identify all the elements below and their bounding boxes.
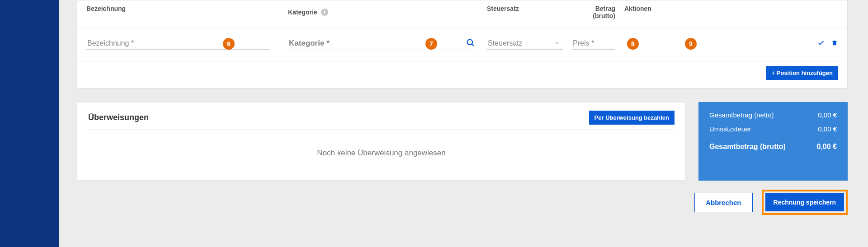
positions-header: Bezeichnung Kategorie i Steuersatz Betra… [77, 0, 847, 28]
steuersatz-select[interactable] [487, 37, 563, 50]
bezeichnung-input[interactable] [86, 37, 270, 50]
svg-point-0 [467, 39, 473, 45]
pay-transfer-button[interactable]: Per Überweisung bezahlen [589, 111, 675, 125]
col-header-kategorie-label: Kategorie [288, 9, 317, 16]
totals-panel: Gesamtbetrag (netto) 0,00 € Umsatzsteuer… [698, 102, 848, 181]
col-header-steuersatz: Steuersatz [487, 5, 572, 19]
footer-actions: Abbrechen Rechnung speichern [77, 190, 848, 226]
total-vat-label: Umsatzsteuer [709, 125, 751, 133]
add-position-button[interactable]: + Position hinzufügen [766, 66, 838, 80]
search-icon[interactable] [466, 38, 475, 49]
save-invoice-button[interactable]: Rechnung speichern [765, 193, 844, 211]
positions-panel: Bezeichnung Kategorie i Steuersatz Betra… [77, 0, 848, 89]
total-gross-label: Gesamtbetrag (brutto) [709, 143, 786, 151]
svg-line-1 [472, 44, 474, 46]
save-highlight: Rechnung speichern [762, 190, 848, 215]
position-row: 6 7 8 9 [77, 28, 847, 61]
col-header-aktionen: Aktionen [615, 5, 838, 19]
left-sidebar [0, 0, 59, 247]
annotation-badge-9: 9 [685, 38, 697, 50]
chevron-down-icon [554, 40, 560, 48]
total-net-label: Gesamtbetrag (netto) [709, 111, 774, 119]
kategorie-input[interactable] [288, 37, 478, 50]
col-header-bezeichnung: Bezeichnung [86, 5, 288, 19]
col-header-kategorie: Kategorie i [288, 5, 487, 19]
transfers-empty-text: Noch keine Überweisung angewiesen [88, 129, 675, 166]
confirm-icon[interactable] [817, 39, 825, 48]
total-net-value: 0,00 € [818, 111, 837, 119]
trash-icon[interactable] [831, 39, 838, 48]
annotation-badge-8: 8 [627, 38, 639, 50]
cancel-button[interactable]: Abbrechen [694, 193, 752, 212]
total-vat-value: 0,00 € [818, 125, 837, 133]
transfers-panel: Überweisungen Per Überweisung bezahlen N… [77, 102, 686, 181]
transfers-title: Überweisungen [88, 113, 149, 122]
annotation-badge-6: 6 [223, 38, 235, 50]
col-header-betrag: Betrag (brutto) [572, 5, 615, 19]
total-gross-value: 0,00 € [817, 143, 837, 151]
annotation-badge-7: 7 [425, 38, 437, 50]
info-icon[interactable]: i [321, 9, 328, 16]
preis-input[interactable] [572, 37, 615, 50]
